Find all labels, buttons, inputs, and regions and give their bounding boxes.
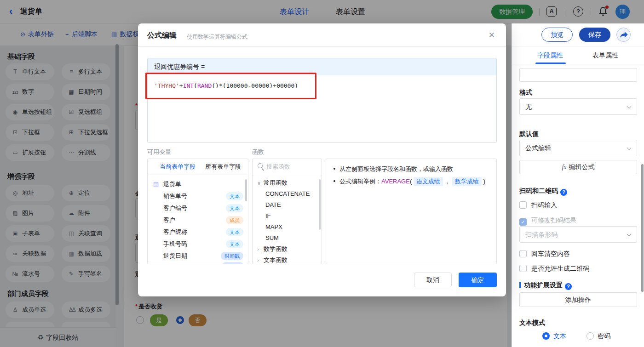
help-panel: 从左侧面板选择字段名和函数，或输入函数 公式编辑举例：AVERAGE( 语文成绩… xyxy=(326,159,497,264)
checkbox-checked[interactable]: ✓ xyxy=(519,218,527,226)
modal-title: 公式编辑 xyxy=(147,31,177,40)
checkbox[interactable] xyxy=(519,201,527,209)
variables-panel: 当前表单字段 所有表单字段 ▤退货单 销售单号文本 客户编号文本 客户成员 客户… xyxy=(147,159,248,264)
panel-scrollbar-thumb[interactable] xyxy=(641,164,644,292)
section-bar xyxy=(519,282,521,288)
chevron-right-icon: › xyxy=(257,255,259,264)
chevron-down-icon xyxy=(627,232,632,237)
formula-edit-modal: 公式编辑 使用数学运算符编辑公式 ✕ 退回优惠券编号 = 'THYHQ'+INT… xyxy=(138,23,506,296)
tab-field-properties[interactable]: 字段属性 xyxy=(537,51,563,60)
variables-label: 可用变量 xyxy=(147,148,171,156)
scan-section-title: 扫码和二维码? xyxy=(519,187,567,196)
modal-subtitle: 使用数学运算符编辑公式 xyxy=(187,33,247,41)
type-badge-clipped xyxy=(222,262,243,264)
text-mode-radios: 文本 密码 xyxy=(542,332,610,341)
edit-formula-button[interactable]: fx编辑公式 xyxy=(519,160,637,174)
radio-password-mode[interactable] xyxy=(586,332,594,340)
close-icon[interactable]: ✕ xyxy=(489,30,495,40)
cancel-button[interactable]: 取消 xyxy=(414,273,452,287)
function-item[interactable]: CONCATENATE xyxy=(253,188,322,199)
checkbox-editable-scan-result[interactable]: ✓可修改扫码结果 xyxy=(519,216,576,225)
function-group-text[interactable]: ›文本函数 xyxy=(253,255,322,264)
formula-expression[interactable]: 'THYHQ'+INT(RAND()*(100000-00000)+00000) xyxy=(154,82,298,89)
fx-icon: fx xyxy=(562,164,566,171)
default-value-select[interactable]: 公式编辑 xyxy=(519,140,637,156)
variable-row[interactable]: 手机号码文本 xyxy=(148,238,248,250)
bullet-icon xyxy=(334,180,335,182)
app-root: ‹ 退货单 表单设计 表单设置 数据管理 A ? 理 ⊘表单外链 ⌁后端脚本 ▥… xyxy=(0,0,644,347)
checkbox-enter-clear[interactable]: 回车清空内容 xyxy=(519,250,570,259)
text-mode-label: 文本模式 xyxy=(519,319,545,327)
share-arrow-icon xyxy=(617,28,630,41)
checkbox-scan-input[interactable]: 扫码输入 xyxy=(519,201,557,210)
confirm-button[interactable]: 确定 xyxy=(459,273,497,287)
example-chip: 数学成绩 xyxy=(452,177,482,186)
function-item[interactable]: IF xyxy=(253,210,322,222)
example-chip: 语文成绩 xyxy=(414,177,443,186)
checkbox[interactable] xyxy=(519,265,527,272)
question-icon[interactable]: ? xyxy=(565,283,572,290)
type-badge: 文本 xyxy=(226,204,243,212)
panel-scrollbar[interactable] xyxy=(641,23,644,347)
divider xyxy=(512,64,644,64)
function-group-common[interactable]: ∨常用函数 xyxy=(253,177,322,188)
default-value-label: 默认值 xyxy=(519,130,539,138)
save-button[interactable]: 保存 xyxy=(579,28,610,42)
search-input[interactable] xyxy=(266,161,318,172)
tab-form-properties[interactable]: 表单属性 xyxy=(592,51,618,60)
bullet-icon xyxy=(334,168,335,170)
modal-overlay xyxy=(0,0,644,23)
variables-scrollbar-thumb[interactable] xyxy=(245,179,247,201)
functions-panel: ∨常用函数 CONCATENATE DATE IF MAPX SUM ›数学函数… xyxy=(252,159,322,264)
properties-panel: 预览 保存 字段属性 表单属性 格式 无 默认值 公式编辑 fx编辑公式 扫码和… xyxy=(512,23,644,347)
function-item[interactable]: SUM xyxy=(253,233,322,244)
functions-label: 函数 xyxy=(252,148,264,156)
chevron-right-icon: › xyxy=(257,244,259,255)
variable-tree-root[interactable]: ▤退货单 xyxy=(148,178,248,190)
help-line-1: 从左侧面板选择字段名和函数，或输入函数 xyxy=(334,165,453,173)
radio-text-mode[interactable] xyxy=(542,332,550,340)
variable-row[interactable]: 退货日期时间戳 xyxy=(148,250,248,262)
divider xyxy=(253,174,322,174)
divider xyxy=(512,46,644,46)
preview-button[interactable]: 预览 xyxy=(541,28,573,42)
divider xyxy=(148,175,248,175)
chevron-down-icon xyxy=(627,104,632,109)
function-group-math[interactable]: ›数学函数 xyxy=(253,244,322,255)
share-button[interactable] xyxy=(616,28,631,42)
type-badge: 文本 xyxy=(226,228,243,236)
function-item[interactable]: DATE xyxy=(253,199,322,210)
type-badge: 成员 xyxy=(226,216,243,224)
function-search xyxy=(253,159,322,174)
type-badge: 文本 xyxy=(226,192,243,200)
formula-editor: 退回优惠券编号 = 'THYHQ'+INT(RAND()*(100000-000… xyxy=(147,58,497,143)
extension-section-title: 功能扩展设置? xyxy=(519,281,572,290)
checkbox[interactable] xyxy=(519,250,527,257)
functions-scrollbar-thumb[interactable] xyxy=(319,179,321,230)
variable-row[interactable]: 客户昵称文本 xyxy=(148,226,248,238)
type-badge: 文本 xyxy=(226,240,243,248)
tab-current-form-fields[interactable]: 当前表单字段 xyxy=(160,159,196,175)
search-icon xyxy=(258,163,263,168)
title-input[interactable] xyxy=(519,68,637,82)
chevron-down-icon xyxy=(627,146,632,150)
file-icon: ▤ xyxy=(153,178,159,190)
variable-row[interactable]: 客户成员 xyxy=(148,214,248,226)
type-badge: 时间戳 xyxy=(221,252,243,260)
help-line-2: 公式编辑举例：AVERAGE( 语文成绩 ， 数学成绩 ) xyxy=(334,177,485,186)
variable-row[interactable]: 销售单号文本 xyxy=(148,190,248,202)
question-icon[interactable]: ? xyxy=(560,189,567,196)
variable-row[interactable]: 客户编号文本 xyxy=(148,202,248,214)
checkbox-allow-qrcode[interactable]: 是否允许生成二维码 xyxy=(519,264,589,273)
format-select[interactable]: 无 xyxy=(519,98,637,115)
format-label: 格式 xyxy=(519,89,532,97)
add-action-button[interactable]: 添加操作 xyxy=(519,292,637,307)
tab-all-form-fields[interactable]: 所有表单字段 xyxy=(205,159,241,175)
scan-mode-select: 扫描条形码 xyxy=(519,226,637,243)
function-item[interactable]: MAPX xyxy=(253,222,322,233)
formula-target-label: 退回优惠券编号 = xyxy=(148,58,496,75)
divider xyxy=(138,46,506,47)
chevron-down-icon: ∨ xyxy=(257,177,261,188)
